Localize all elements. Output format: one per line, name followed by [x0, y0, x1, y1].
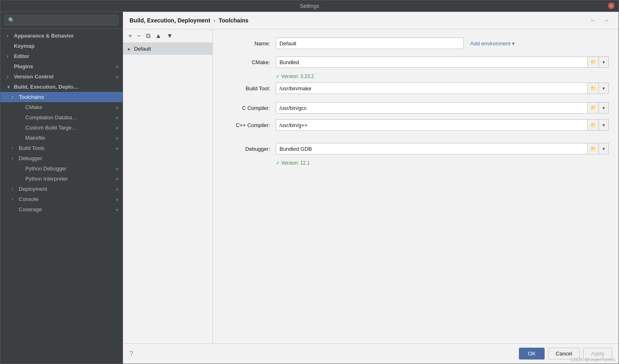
sidebar-item-label: Python Interpreter — [25, 176, 68, 182]
chevron-icon: › — [7, 54, 12, 58]
page-icon: ■ — [116, 74, 118, 79]
page-icon: ■ — [116, 166, 118, 171]
cpp-compiler-input[interactable] — [276, 119, 588, 131]
build-tool-browse-button[interactable]: 📁 — [588, 83, 599, 94]
sidebar-item-version-control[interactable]: ›Version Control■ — [0, 71, 123, 82]
chevron-icon: › — [12, 197, 17, 201]
sidebar-item-python-interpreter[interactable]: Python Interpreter■ — [0, 174, 123, 184]
sidebar-item-label: Editor — [14, 53, 29, 59]
sidebar-item-label: Keymap — [14, 43, 35, 49]
cmake-dropdown-button[interactable]: ▼ — [599, 56, 609, 68]
page-icon: ■ — [116, 115, 118, 120]
c-compiler-row: C Compiler: 📁 ▼ — [223, 102, 609, 114]
page-icon: ■ — [116, 146, 118, 151]
sidebar-item-coverage[interactable]: Coverage■ — [0, 204, 123, 214]
add-toolchain-button[interactable]: + — [126, 32, 134, 40]
page-icon: ■ — [116, 197, 118, 202]
chevron-placeholder — [18, 136, 23, 140]
add-environment-button[interactable]: Add environment ▾ — [467, 38, 518, 49]
cpp-compiler-dropdown-button[interactable]: ▼ — [599, 119, 609, 131]
page-icon: ■ — [116, 187, 118, 192]
detail-panel: Name: Add environment ▾ CMake: 📁 ▼ — [213, 29, 619, 343]
breadcrumb-separator: › — [214, 17, 216, 24]
page-icon: ■ — [116, 136, 118, 141]
build-tool-dropdown-button[interactable]: ▼ — [599, 83, 609, 94]
sidebar-item-deployment[interactable]: ›Deployment■ — [0, 184, 123, 194]
debugger-row: Debugger: 📁 ▼ — [223, 143, 609, 154]
chevron-placeholder — [12, 207, 17, 212]
breadcrumb: Build, Execution, Deployment › Toolchain… — [130, 17, 248, 24]
close-button[interactable]: × — [608, 2, 615, 9]
sidebar-item-python-debugger[interactable]: Python Debugger■ — [0, 163, 123, 174]
cpp-compiler-label: C++ Compiler: — [223, 122, 276, 128]
breadcrumb-bar: Build, Execution, Deployment › Toolchain… — [123, 12, 619, 29]
sidebar-item-label: Compilation Databa… — [25, 114, 77, 121]
breadcrumb-parent: Build, Execution, Deployment — [130, 17, 210, 24]
forward-button[interactable]: → — [601, 16, 612, 25]
sidebar-item-cmake[interactable]: CMake■ — [0, 102, 123, 112]
move-down-button[interactable]: ▼ — [165, 32, 175, 40]
sidebar-item-console[interactable]: ›Console■ — [0, 194, 123, 204]
search-input[interactable] — [4, 15, 118, 25]
remove-toolchain-button[interactable]: − — [135, 32, 143, 40]
sidebar-item-label: Appearance & Behavior — [14, 33, 74, 39]
sidebar-item-appearance[interactable]: ›Appearance & Behavior — [0, 31, 123, 41]
build-tool-field-group: 📁 ▼ — [276, 83, 609, 94]
watermark: CSDN @UnderTurrets — [570, 357, 615, 362]
cpp-compiler-browse-button[interactable]: 📁 — [588, 119, 599, 131]
cpp-compiler-field-group: 📁 ▼ — [276, 119, 609, 131]
chevron-icon: ∨ — [7, 85, 12, 89]
search-bar — [0, 12, 123, 29]
move-up-button[interactable]: ▲ — [153, 32, 164, 40]
chevron-placeholder — [18, 105, 23, 109]
cpp-compiler-row: C++ Compiler: 📁 ▼ — [223, 119, 609, 131]
sidebar-item-keymap[interactable]: Keymap — [0, 41, 123, 51]
name-row: Name: Add environment ▾ — [223, 38, 609, 49]
debugger-label: Debugger: — [223, 146, 276, 152]
sidebar-item-custom-build-targets[interactable]: Custom Build Targe…■ — [0, 123, 123, 133]
sidebar-item-label: Deployment — [19, 186, 47, 192]
c-compiler-label: C Compiler: — [223, 105, 276, 111]
chevron-icon: › — [7, 74, 12, 79]
sidebar-item-build-exec-deploy[interactable]: ∨Build, Execution, Deplo… — [0, 82, 123, 92]
sidebar-item-label: Custom Build Targe… — [25, 125, 77, 131]
build-tool-input[interactable] — [276, 83, 588, 94]
back-button[interactable]: ← — [588, 16, 599, 25]
cmake-field-group: 📁 ▼ — [276, 56, 609, 68]
sidebar-item-build-tools[interactable]: ›Build Tools■ — [0, 143, 123, 153]
spacer — [223, 136, 609, 143]
help-icon[interactable]: ? — [130, 350, 133, 357]
toolchain-list-item[interactable]: ► Default — [123, 43, 212, 55]
copy-toolchain-button[interactable]: ⧉ — [144, 32, 152, 40]
c-compiler-dropdown-button[interactable]: ▼ — [599, 102, 609, 114]
chevron-icon: › — [12, 95, 17, 99]
sidebar-item-plugins[interactable]: Plugins■ — [0, 61, 123, 71]
page-icon: ■ — [116, 207, 118, 212]
cmake-label: CMake: — [223, 59, 276, 65]
c-compiler-input[interactable] — [276, 102, 588, 114]
cmake-input[interactable] — [276, 56, 588, 68]
sidebar-item-editor[interactable]: ›Editor — [0, 51, 123, 61]
sidebar-item-compilation-database[interactable]: Compilation Databa…■ — [0, 112, 123, 123]
debugger-browse-button[interactable]: 📁 — [588, 143, 599, 154]
cmake-browse-button[interactable]: 📁 — [588, 56, 599, 68]
sidebar-item-debugger[interactable]: ›Debugger — [0, 153, 123, 163]
list-toolbar: + − ⧉ ▲ ▼ — [123, 29, 212, 43]
debugger-input[interactable] — [276, 143, 588, 154]
debugger-version: ✓ Version: 12.1 — [276, 160, 609, 166]
toolchain-item-name: Default — [134, 46, 151, 52]
build-tool-label: Build Tool: — [223, 85, 276, 92]
sidebar-item-toolchains[interactable]: ›Toolchains — [0, 92, 123, 102]
build-tool-row: Build Tool: 📁 ▼ — [223, 83, 609, 94]
c-compiler-browse-button[interactable]: 📁 — [588, 102, 599, 114]
name-input[interactable] — [276, 38, 464, 49]
sidebar-item-label: Console — [19, 196, 38, 202]
sidebar-item-label: Makefile — [25, 135, 45, 141]
sidebar-item-label: Build Tools — [19, 145, 45, 151]
sidebar-item-label: Toolchains — [19, 94, 44, 100]
cmake-row: CMake: 📁 ▼ — [223, 56, 609, 68]
name-label: Name: — [223, 40, 276, 47]
sidebar-item-makefile[interactable]: Makefile■ — [0, 133, 123, 143]
ok-button[interactable]: OK — [519, 348, 545, 360]
debugger-dropdown-button[interactable]: ▼ — [599, 143, 609, 154]
